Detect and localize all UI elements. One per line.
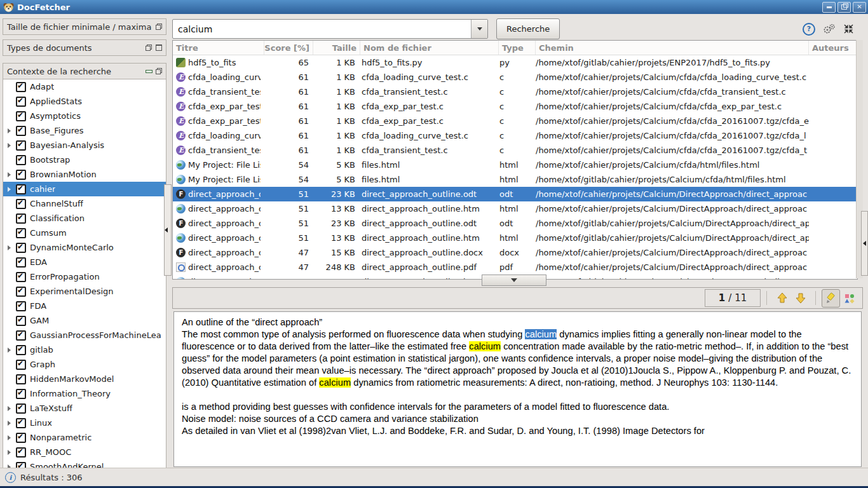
tree-item-appliedstats[interactable]: AppliedStats xyxy=(3,94,166,109)
tree-item-nonparametric[interactable]: Nonparametric xyxy=(3,430,166,445)
restore-panel-icon[interactable] xyxy=(156,24,162,30)
column-header-type[interactable]: Type xyxy=(499,41,536,55)
table-row[interactable]: cfda_loading_curve611 KBcfda_loading_cur… xyxy=(173,70,857,85)
column-header-chemin[interactable]: Chemin xyxy=(536,41,809,55)
next-match-button[interactable] xyxy=(791,289,810,308)
checkbox-icon[interactable] xyxy=(16,462,26,468)
column-header-nom[interactable]: Nom de fichier xyxy=(360,41,499,55)
search-button[interactable]: Recherche xyxy=(496,18,560,39)
table-row[interactable]: hdf5_to_fits651 KBhdf5_to_fits.pypy/home… xyxy=(173,55,857,70)
checkbox-icon[interactable] xyxy=(16,111,26,121)
checkbox-icon[interactable] xyxy=(16,287,26,297)
tree-item-graph[interactable]: Graph xyxy=(3,357,166,372)
checkbox-icon[interactable] xyxy=(16,199,26,209)
checkbox-icon[interactable] xyxy=(16,316,26,326)
expand-arrow-icon[interactable] xyxy=(8,348,16,353)
restore-button[interactable] xyxy=(837,2,851,13)
collapse-sidebar-handle[interactable] xyxy=(164,184,172,276)
tree-item-rr_mooc[interactable]: RR_MOOC xyxy=(3,445,166,459)
collapse-right-handle[interactable] xyxy=(861,211,868,276)
close-button[interactable]: ✕ xyxy=(853,2,866,13)
checkbox-icon[interactable] xyxy=(16,82,26,92)
table-row[interactable]: direct_approach_outline47248 KBdirect_ap… xyxy=(173,260,857,274)
tree-item-latexstuff[interactable]: LaTeXstuff xyxy=(3,401,166,416)
scroll-down-button[interactable] xyxy=(482,274,546,286)
tree-item-gam[interactable]: GAM xyxy=(3,313,166,328)
restore-panel-icon[interactable] xyxy=(156,68,162,74)
checkbox-icon[interactable] xyxy=(16,214,26,224)
search-history-dropdown-icon[interactable] xyxy=(471,20,487,38)
table-row[interactable]: direct_approach_outline5123 KBdirect_app… xyxy=(173,187,857,201)
tree-item-information_theory[interactable]: Information_Theory xyxy=(3,386,166,401)
checkbox-icon[interactable] xyxy=(16,257,26,268)
previous-match-button[interactable] xyxy=(773,289,791,308)
tree-item-fda[interactable]: FDA xyxy=(3,299,166,313)
expand-arrow-icon[interactable] xyxy=(8,143,16,148)
tree-item-cahier[interactable]: cahier xyxy=(3,182,166,196)
table-row[interactable]: direct_approach_outline5113 KBdirect_app… xyxy=(173,231,857,245)
checkbox-icon[interactable] xyxy=(16,126,26,136)
checkbox-icon[interactable] xyxy=(16,360,26,370)
tree-item-asymptotics[interactable]: Asymptotics xyxy=(3,109,166,123)
search-input[interactable] xyxy=(173,20,471,38)
column-header-score[interactable]: Score [%] xyxy=(264,41,313,55)
tree-item-bayesian-analysis[interactable]: Bayesian-Analysis xyxy=(3,138,166,152)
expand-arrow-icon[interactable] xyxy=(8,435,16,440)
tree-item-hiddenmarkovmodel[interactable]: HiddenMarkovModel xyxy=(3,372,166,386)
tree-item-experimentaldesign[interactable]: ExperimentalDesign xyxy=(3,284,166,299)
checkbox-icon[interactable] xyxy=(16,184,26,194)
checkbox-icon[interactable] xyxy=(16,140,26,151)
tree-item-errorpropagation[interactable]: ErrorPropagation xyxy=(3,269,166,284)
table-row[interactable]: cfda_loading_curve611 KBcfda_loading_cur… xyxy=(173,128,857,143)
help-icon[interactable]: ? xyxy=(803,23,815,36)
table-row[interactable]: direct_approach_outline5123 KBdirect_app… xyxy=(173,216,857,231)
minimize-button[interactable] xyxy=(822,2,836,13)
tree-item-linux[interactable]: Linux xyxy=(3,416,166,430)
checkbox-icon[interactable] xyxy=(16,433,26,443)
checkbox-icon[interactable] xyxy=(16,170,26,180)
table-row[interactable]: cfda_exp_par_test611 KBcfda_exp_par_test… xyxy=(173,99,857,114)
table-row[interactable]: cfda_transient_test611 KBcfda_transient_… xyxy=(173,85,857,99)
tree-item-adapt[interactable]: Adapt xyxy=(3,79,166,94)
preferences-gears-icon[interactable] xyxy=(823,24,836,34)
checkbox-icon[interactable] xyxy=(16,418,26,428)
checkbox-icon[interactable] xyxy=(16,374,26,384)
minimize-to-tray-icon[interactable] xyxy=(843,24,854,34)
expand-arrow-icon[interactable] xyxy=(8,187,16,192)
tree-item-classification[interactable]: Classification xyxy=(3,211,166,226)
expand-arrow-icon[interactable] xyxy=(8,172,16,177)
tree-item-gaussianprocessformachinelea[interactable]: GaussianProcessForMachineLea xyxy=(3,328,166,342)
tree-item-dynamicmontecarlo[interactable]: DynamicMonteCarlo xyxy=(3,240,166,255)
checkbox-icon[interactable] xyxy=(16,330,26,341)
expand-arrow-icon[interactable] xyxy=(8,406,16,411)
checkbox-icon[interactable] xyxy=(16,228,26,238)
table-row[interactable]: direct_approach_outline5113 KBdirect_app… xyxy=(173,201,857,216)
tree-item-eda[interactable]: EDA xyxy=(3,255,166,269)
table-row[interactable]: cfda_transient_test611 KBcfda_transient_… xyxy=(173,143,857,158)
checkbox-icon[interactable] xyxy=(16,389,26,399)
tree-item-smoothandkernel[interactable]: SmoothAndKernel xyxy=(3,459,166,468)
highlight-toggle-button[interactable] xyxy=(822,289,840,308)
tree-item-channelstuff[interactable]: ChannelStuff xyxy=(3,196,166,211)
table-row[interactable]: My Project: File List545 KBfiles.htmlhtm… xyxy=(173,172,857,187)
maximize-panel-icon[interactable] xyxy=(156,44,162,51)
column-header-taille[interactable]: Taille xyxy=(313,41,360,55)
tree-item-brownianmotion[interactable]: BrownianMotion xyxy=(3,167,166,182)
minimize-panel-icon[interactable] xyxy=(146,68,152,74)
table-row[interactable]: cfda_exp_par_test611 KBcfda_exp_par_test… xyxy=(173,114,857,128)
tree-item-cumsum[interactable]: Cumsum xyxy=(3,226,166,240)
tree-item-bootstrap[interactable]: Bootstrap xyxy=(3,152,166,167)
checkbox-icon[interactable] xyxy=(16,403,26,414)
checkbox-icon[interactable] xyxy=(16,155,26,165)
expand-arrow-icon[interactable] xyxy=(8,421,16,426)
tree-item-gitlab[interactable]: gitlab xyxy=(3,342,166,357)
checkbox-icon[interactable] xyxy=(16,272,26,282)
column-header-auteurs[interactable]: Auteurs xyxy=(809,41,857,55)
checkbox-icon[interactable] xyxy=(16,97,26,107)
preview-mode-button[interactable] xyxy=(840,289,858,308)
column-header-titre[interactable]: Titre xyxy=(173,41,264,55)
expand-arrow-icon[interactable] xyxy=(8,128,16,133)
checkbox-icon[interactable] xyxy=(16,243,26,253)
checkbox-icon[interactable] xyxy=(16,301,26,311)
checkbox-icon[interactable] xyxy=(16,345,26,355)
